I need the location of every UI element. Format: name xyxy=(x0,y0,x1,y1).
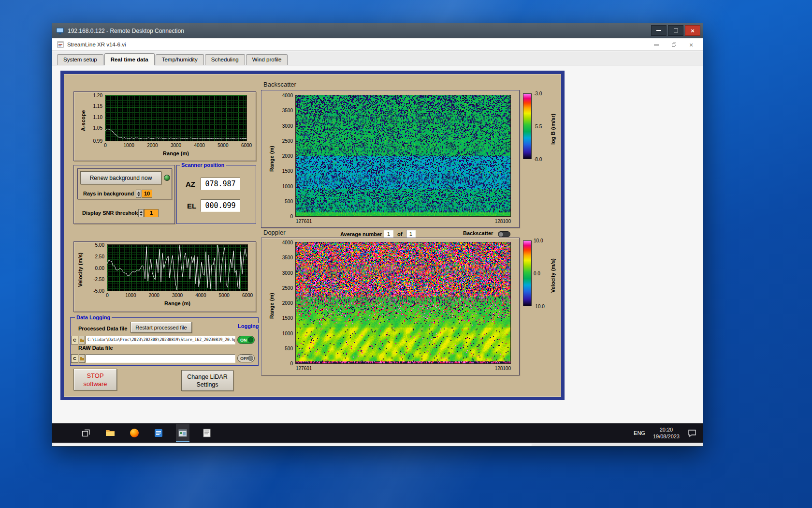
minimize-icon xyxy=(654,45,659,45)
data-logging-title: Data Logging xyxy=(75,314,112,320)
notes-icon[interactable] xyxy=(152,424,165,442)
azimuth-value[interactable]: 078.987 xyxy=(201,178,240,190)
logging-label: Logging xyxy=(236,323,260,329)
raw-logging-toggle[interactable]: OFF xyxy=(237,354,255,362)
raw-data-file-label: RAW Data file xyxy=(78,345,113,351)
raw-file-drive-box[interactable]: C xyxy=(71,354,78,363)
axis-tick-label: 1.15 xyxy=(93,104,102,109)
backscatter-y-axis-ticks: 40003500300025002000150010005000 xyxy=(275,95,294,216)
backscatter-x-axis-ticks: 127601 128100 xyxy=(296,219,511,224)
raw-file-path-field[interactable] xyxy=(86,354,235,363)
language-indicator[interactable]: ENG xyxy=(634,430,645,436)
azimuth-label: AZ xyxy=(186,180,195,188)
taskbar-clock[interactable]: 20:20 19/08/2023 xyxy=(653,426,680,440)
display-snr-threshold-label: Display SNR threshold xyxy=(82,210,140,216)
axis-tick-label: 2000 xyxy=(149,293,160,298)
file-explorer-icon[interactable] xyxy=(103,424,117,442)
average-number-value[interactable]: 1 xyxy=(384,230,393,238)
tab-wind-profile[interactable]: Wind profile xyxy=(246,54,288,65)
axis-tick-label: 1.20 xyxy=(93,93,102,98)
axis-tick-label: 5000 xyxy=(218,143,228,148)
axis-tick-label: 5000 xyxy=(219,293,230,298)
streamline-window-icon[interactable] xyxy=(176,424,189,442)
rdp-titlebar[interactable]: 192.168.0.122 - Remote Desktop Connectio… xyxy=(52,23,703,38)
axis-tick-label: 3500 xyxy=(282,255,293,260)
axis-tick-label: 0.99 xyxy=(93,138,102,144)
snr-threshold-spinner[interactable] xyxy=(138,209,144,217)
ascope-x-axis-ticks: 0100020003000400050006000 xyxy=(105,143,246,149)
axis-tick-label: 3000 xyxy=(172,293,183,298)
axis-tick-label: 2500 xyxy=(282,138,293,143)
axis-tick-label: 1000 xyxy=(282,330,293,336)
axis-tick-label: 1000 xyxy=(282,183,293,189)
app-restore-button[interactable] xyxy=(665,39,682,51)
rays-in-background-spinner[interactable] xyxy=(136,190,141,198)
rdp-computer-icon xyxy=(56,27,64,35)
average-of-value[interactable]: 1 xyxy=(406,230,416,238)
doppler-x-axis-ticks: 127601 128100 xyxy=(296,366,511,371)
axis-tick-label: 0.00 xyxy=(95,265,104,270)
tab-page-real-time-data: A-scope 1.201.151.101.050.99 01000200030… xyxy=(52,65,703,424)
app-close-button[interactable]: × xyxy=(682,39,700,51)
doppler-colorbar-ticks: 10.00.0-10.0 xyxy=(533,240,552,306)
axis-tick-label: 0.0 xyxy=(534,271,540,276)
axis-tick-label: 500 xyxy=(285,345,293,351)
rdp-minimize-button[interactable] xyxy=(651,25,667,36)
processed-logging-toggle[interactable]: ON xyxy=(237,336,255,344)
axis-tick-label: 4000 xyxy=(195,293,206,298)
decrement-icon xyxy=(140,214,143,216)
axis-tick-label: 10.0 xyxy=(534,238,543,243)
app-minimize-button[interactable] xyxy=(648,39,665,51)
tab-temp-humidity[interactable]: Temp/humidity xyxy=(156,54,204,65)
action-center-icon[interactable] xyxy=(687,428,697,438)
tab-system-setup[interactable]: System setup xyxy=(57,54,103,65)
axis-tick-label: 3500 xyxy=(282,108,293,113)
doppler-heatmap-canvas xyxy=(296,242,510,363)
rays-in-background-value[interactable]: 10 xyxy=(142,190,152,198)
backscatter-toggle-label: Backscatter xyxy=(463,230,493,236)
snr-threshold-value[interactable]: 1 xyxy=(144,209,159,217)
velocity-x-axis-label: Range (m) xyxy=(107,300,247,306)
velocity-x-axis-ticks: 0100020003000400050006000 xyxy=(107,293,247,299)
axis-tick-label: 5.00 xyxy=(95,242,104,248)
firefox-icon[interactable] xyxy=(128,424,141,442)
axis-tick-label: 2.50 xyxy=(95,254,104,259)
app-window: StreamLine XR v14-6.vi × System setup Re… xyxy=(52,38,703,424)
taskview-icon[interactable] xyxy=(79,424,93,442)
processed-file-drive-box[interactable]: C xyxy=(71,336,78,344)
backscatter-toggle-switch[interactable] xyxy=(498,231,510,237)
tab-scheduling[interactable]: Scheduling xyxy=(205,54,245,65)
ascope-y-axis-ticks: 1.201.151.101.050.99 xyxy=(83,95,103,141)
axis-tick-label: 1.05 xyxy=(93,125,102,131)
rdp-maximize-button[interactable] xyxy=(668,25,683,36)
backscatter-plot-title: Backscatter xyxy=(263,81,296,88)
front-panel: A-scope 1.201.151.101.050.99 01000200030… xyxy=(60,71,565,400)
ascope-plot-area xyxy=(105,95,247,141)
axis-tick-label: 0 xyxy=(290,361,293,366)
horizontal-scrollbar[interactable] xyxy=(54,444,532,446)
axis-tick-label: 0 xyxy=(290,214,293,219)
x-axis-tick-label: 127601 xyxy=(296,219,312,224)
tab-real-time-data[interactable]: Real time data xyxy=(104,53,155,65)
velocity-line-canvas xyxy=(107,245,247,291)
renew-background-button[interactable]: Renew background now xyxy=(80,171,161,184)
axis-tick-label: 3000 xyxy=(282,123,293,128)
velocity-plot-area xyxy=(107,244,248,291)
restart-processed-file-button[interactable]: Restart processed file xyxy=(130,322,192,333)
app-titlebar[interactable]: StreamLine XR v14-6.vi × xyxy=(52,39,703,51)
raw-file-browse-button[interactable] xyxy=(79,354,85,363)
rdp-window: 192.168.0.122 - Remote Desktop Connectio… xyxy=(52,23,703,447)
toggle-on-label: ON xyxy=(240,338,247,343)
doppler-plot-title: Doppler xyxy=(263,229,286,236)
elevation-value[interactable]: 000.099 xyxy=(201,199,240,212)
processed-file-browse-button[interactable] xyxy=(79,336,85,344)
scan-settings-icon[interactable] xyxy=(200,424,214,442)
rdp-close-button[interactable]: × xyxy=(685,25,700,36)
toggle-knob xyxy=(499,232,503,237)
change-lidar-settings-button[interactable]: Change LiDARSettings xyxy=(181,370,233,391)
close-icon: × xyxy=(689,41,693,49)
processed-file-path-field[interactable]: C:\Lidar\Data\Proc\2023\202308\20230819\… xyxy=(86,336,235,344)
stop-software-button[interactable]: STOPsoftware xyxy=(73,369,117,390)
taskbar-app-icons xyxy=(79,423,214,443)
axis-tick-label: 4000 xyxy=(282,240,293,245)
